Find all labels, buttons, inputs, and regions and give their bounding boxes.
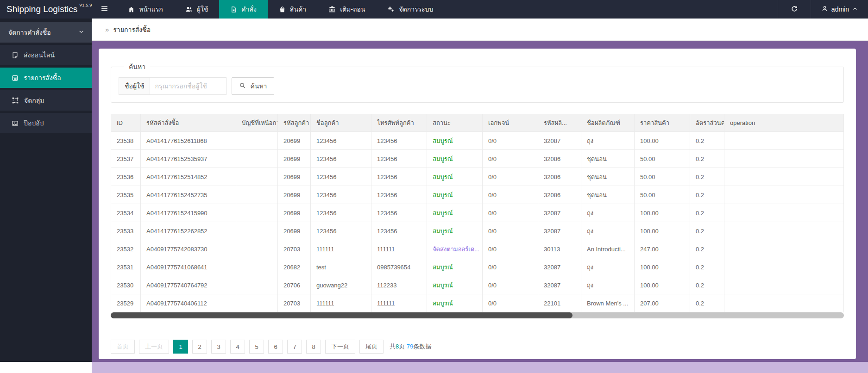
cell-price: 100.00 [635, 132, 690, 150]
column-header: ราคาสินค้า [635, 114, 690, 132]
cell-docs: 0/0 [483, 294, 538, 312]
cell-customer_phone: 111111 [371, 294, 427, 312]
cell-docs: 0/0 [483, 168, 538, 186]
cell-order_code: A04141776152262852 [141, 222, 236, 240]
cell-upper_account [236, 150, 278, 168]
table-row: 23534A0414177615241599020699123456123456… [111, 204, 844, 222]
cell-docs: 0/0 [483, 258, 538, 276]
cell-customer_code: 20699 [278, 204, 311, 222]
pagination-prev-button: 上一页 [139, 340, 169, 354]
cell-id: 23530 [111, 276, 141, 294]
users-icon [185, 6, 193, 13]
brand-name: Shipping Logistics [6, 4, 77, 14]
pagination-page-5[interactable]: 5 [249, 340, 264, 354]
cell-customer_code: 20699 [278, 222, 311, 240]
pagination-next-button[interactable]: 下一页 [325, 340, 355, 354]
cell-ratio: 0.2 [690, 204, 724, 222]
cell-docs: 0/0 [483, 240, 538, 258]
cell-ratio: 0.2 [690, 294, 724, 312]
username-search-input[interactable] [150, 77, 226, 95]
nav-item-ผู้ใช้[interactable]: ผู้ใช้ [174, 0, 220, 19]
sidebar-item-ส่งออนไลน์[interactable]: ส่งออนไลน์ [0, 45, 92, 65]
bank-icon [328, 6, 336, 13]
cell-price: 50.00 [635, 168, 690, 186]
cell-status: สมบูรณ์ [427, 276, 483, 294]
cell-status: สมบูรณ์ [427, 204, 483, 222]
nav-item-สินค้า[interactable]: สินค้า [268, 0, 317, 19]
sidebar-collapse-toggle[interactable] [92, 0, 117, 19]
cell-operation [724, 168, 844, 186]
column-header: สถานะ [427, 114, 483, 132]
cell-customer_name: 123456 [311, 222, 371, 240]
breadcrumb-label: รายการสั่งซื้อ [113, 25, 151, 35]
pagination-page-1[interactable]: 1 [173, 340, 188, 354]
cell-price: 100.00 [635, 258, 690, 276]
sidebar-item-จัดกลุ่ม[interactable]: จัดกลุ่ม [0, 90, 92, 111]
cell-upper_account [236, 276, 278, 294]
cell-id: 23537 [111, 150, 141, 168]
cell-customer_phone: 123456 [371, 168, 427, 186]
pagination-page-7[interactable]: 7 [287, 340, 302, 354]
cell-product_name: Brown Men's ... [581, 294, 635, 312]
cell-operation [724, 240, 844, 258]
refresh-button[interactable] [778, 0, 811, 19]
table-row: 23536A0414177615251485220699123456123456… [111, 168, 844, 186]
cell-product_name: An Introducti... [581, 240, 635, 258]
pagination-summary-part: 79 [407, 343, 413, 350]
pagination-page-2[interactable]: 2 [192, 340, 207, 354]
cell-docs: 0/0 [483, 186, 538, 204]
pagination-page-4[interactable]: 4 [230, 340, 245, 354]
sidebar-footer [0, 362, 92, 373]
cell-upper_account [236, 186, 278, 204]
cell-customer_code: 20703 [278, 294, 311, 312]
nav-item-เติม-ถอน[interactable]: เติม-ถอน [317, 0, 376, 19]
user-menu[interactable]: admin [811, 0, 868, 19]
cell-customer_code: 20699 [278, 168, 311, 186]
cell-customer_name: 111111 [311, 240, 371, 258]
cell-upper_account [236, 240, 278, 258]
cell-upper_account [236, 132, 278, 150]
cell-customer_code: 20703 [278, 240, 311, 258]
horizontal-scrollbar-thumb[interactable] [111, 312, 572, 318]
column-header: รหัสผลิ... [538, 114, 581, 132]
cell-upper_account [236, 168, 278, 186]
nav-item-คำสั่ง[interactable]: คำสั่ง [219, 0, 268, 19]
sidebar-group-order-management[interactable]: จัดการคำสั่งซื้อ [0, 22, 92, 43]
cell-product_code: 32086 [538, 150, 581, 168]
nav-item-label: เติม-ถอน [340, 4, 365, 14]
cell-id: 23534 [111, 204, 141, 222]
cell-product_name: ชุดนอน [581, 186, 635, 204]
sidebar-item-label: จัดกลุ่ม [24, 95, 44, 106]
cell-operation [724, 276, 844, 294]
nav-item-หน้าแรก[interactable]: หน้าแรก [117, 0, 174, 19]
cell-customer_code: 20682 [278, 258, 311, 276]
pagination-summary: 共8页 79条数据 [390, 342, 431, 351]
sidebar-item-ป๊อปอัป[interactable]: ป๊อปอัป [0, 113, 92, 133]
caret-up-icon [852, 6, 858, 13]
cell-order_code: A04091775740764792 [141, 276, 236, 294]
pagination-last-button[interactable]: 尾页 [359, 340, 384, 354]
cell-customer_code: 20699 [278, 132, 311, 150]
cell-ratio: 0.2 [690, 168, 724, 186]
horizontal-scrollbar-track [111, 312, 844, 318]
sidebar-item-รายการสั่งซื้อ[interactable]: รายการสั่งซื้อ [0, 68, 92, 88]
table-row: 23532A0409177574208373020703111111111111… [111, 240, 844, 258]
pagination-page-3[interactable]: 3 [211, 340, 226, 354]
cell-product_name: ถุง [581, 204, 635, 222]
cell-customer_name: 123456 [311, 186, 371, 204]
cell-order_code: A04141776152415990 [141, 204, 236, 222]
cell-customer_name: test [311, 258, 371, 276]
nav-item-จัดการระบบ[interactable]: จัดการระบบ [376, 0, 444, 19]
pagination-page-8[interactable]: 8 [306, 340, 321, 354]
pagination-summary-part: 条数据 [413, 343, 431, 350]
cell-status: สมบูรณ์ [427, 186, 483, 204]
cell-customer_name: guowang22 [311, 276, 371, 294]
cell-id: 23529 [111, 294, 141, 312]
table-row: 23535A0414177615245273520699123456123456… [111, 186, 844, 204]
cell-upper_account [236, 222, 278, 240]
search-button[interactable]: ค้นหา [232, 77, 274, 95]
table-row: 23538A0414177615261186820699123456123456… [111, 132, 844, 150]
orders-card: ค้นหา ชื่อผู้ใช้ ค้นหา IDรหัสคำสั่ [99, 49, 856, 359]
pagination-page-6[interactable]: 6 [268, 340, 283, 354]
table-row: 23533A0414177615226285220699123456123456… [111, 222, 844, 240]
